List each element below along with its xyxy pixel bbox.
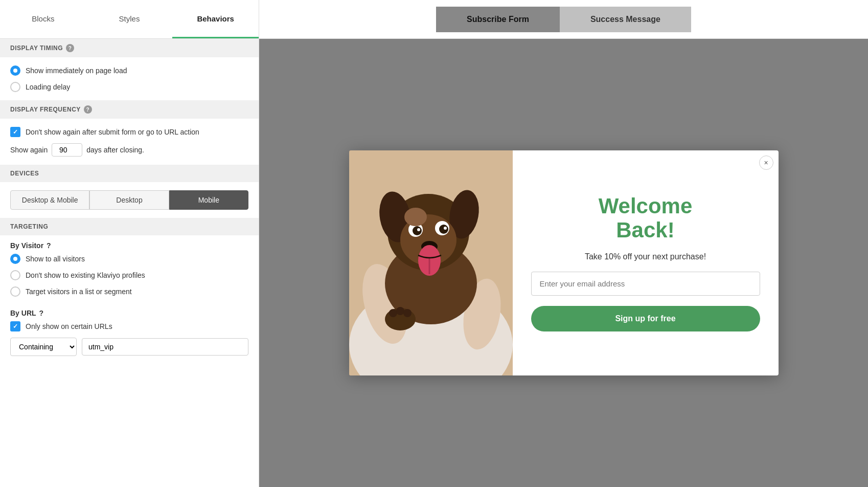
url-filter-select[interactable]: Containing Equals Starts with — [10, 338, 77, 356]
loading-delay-option[interactable]: Loading delay — [10, 82, 248, 92]
display-frequency-help-icon[interactable]: ? — [84, 105, 92, 114]
dont-show-again-option[interactable]: Don't show again after submit form or go… — [10, 127, 248, 137]
only-certain-urls-option[interactable]: Only show on certain URLs — [10, 321, 248, 331]
right-tab-group: Subscribe Form Success Message — [259, 0, 868, 38]
show-again-text: Show again — [10, 146, 48, 154]
popup-image — [349, 150, 513, 375]
device-button-group: Desktop & Mobile Desktop Mobile — [0, 182, 259, 218]
svg-point-11 — [413, 226, 422, 235]
show-immediately-radio[interactable] — [10, 65, 20, 76]
url-filter-row: Containing Equals Starts with — [10, 338, 248, 356]
dont-show-again-label: Don't show again after submit form or go… — [26, 128, 199, 136]
show-immediately-option[interactable]: Show immediately on page load — [10, 65, 248, 76]
all-visitors-label: Show to all visitors — [26, 255, 85, 263]
all-visitors-option[interactable]: Show to all visitors — [10, 254, 248, 264]
main-layout: DISPLAY TIMING ? Show immediately on pag… — [0, 39, 868, 487]
popup-submit-button[interactable]: Sign up for free — [531, 306, 760, 331]
popup-subtitle: Take 10% off your next purchase! — [585, 252, 706, 261]
display-timing-help-icon[interactable]: ? — [66, 44, 74, 52]
device-btn-desktop[interactable]: Desktop — [89, 190, 169, 210]
target-segment-option[interactable]: Target visitors in a list or segment — [10, 286, 248, 297]
by-visitor-label: By Visitor ? — [0, 235, 259, 254]
popup-close-button[interactable]: × — [759, 156, 773, 170]
left-tab-group: Blocks Styles Behaviors — [0, 0, 259, 38]
targeting-label: TARGETING — [10, 223, 48, 230]
devices-section: DEVICES — [0, 165, 259, 182]
by-url-label: By URL ? — [0, 303, 259, 321]
svg-point-18 — [404, 208, 427, 226]
tab-behaviors[interactable]: Behaviors — [172, 0, 259, 38]
tab-success-message[interactable]: Success Message — [560, 7, 691, 32]
display-timing-label: DISPLAY TIMING — [10, 45, 63, 52]
display-frequency-content: Don't show again after submit form or go… — [0, 119, 259, 165]
display-timing-content: Show immediately on page load Loading de… — [0, 57, 259, 100]
tab-styles[interactable]: Styles — [86, 0, 173, 38]
dog-image-placeholder — [349, 150, 513, 375]
by-visitor-text: By Visitor — [10, 241, 43, 250]
display-timing-section: DISPLAY TIMING ? — [0, 39, 259, 57]
svg-point-12 — [439, 225, 448, 234]
days-input[interactable] — [52, 143, 82, 157]
by-url-text: By URL — [10, 309, 36, 317]
no-klaviyo-radio[interactable] — [10, 270, 20, 280]
display-frequency-section: DISPLAY FREQUENCY ? — [0, 100, 259, 119]
loading-delay-label: Loading delay — [26, 83, 70, 91]
visitor-options: Show to all visitors Don't show to exist… — [0, 254, 259, 303]
only-certain-urls-checkbox[interactable] — [10, 321, 20, 331]
svg-point-22 — [403, 309, 412, 317]
target-segment-radio[interactable] — [10, 286, 20, 297]
dont-show-again-checkbox[interactable] — [10, 127, 20, 137]
popup-title: WelcomeBack! — [599, 194, 693, 241]
tab-subscribe-form[interactable]: Subscribe Form — [436, 7, 560, 32]
only-certain-urls-label: Only show on certain URLs — [26, 322, 112, 330]
url-filter-input[interactable] — [82, 338, 248, 356]
left-panel: DISPLAY TIMING ? Show immediately on pag… — [0, 39, 259, 487]
url-options: Only show on certain URLs Containing Equ… — [0, 321, 259, 362]
loading-delay-radio[interactable] — [10, 82, 20, 92]
top-nav: Blocks Styles Behaviors Subscribe Form S… — [0, 0, 868, 39]
device-btn-desktop-mobile[interactable]: Desktop & Mobile — [10, 190, 89, 210]
target-segment-label: Target visitors in a list or segment — [26, 287, 132, 296]
targeting-section: TARGETING — [0, 218, 259, 235]
preview-area: × — [259, 39, 868, 487]
all-visitors-radio[interactable] — [10, 254, 20, 264]
no-klaviyo-label: Don't show to existing Klaviyo profiles — [26, 271, 145, 279]
device-btn-mobile[interactable]: Mobile — [169, 190, 248, 210]
svg-point-20 — [389, 309, 397, 317]
no-klaviyo-option[interactable]: Don't show to existing Klaviyo profiles — [10, 270, 248, 280]
devices-label: DEVICES — [10, 170, 39, 177]
popup-email-input[interactable] — [531, 272, 760, 296]
by-url-help-icon[interactable]: ? — [39, 309, 44, 317]
tab-blocks[interactable]: Blocks — [0, 0, 86, 38]
svg-point-21 — [396, 307, 404, 315]
display-frequency-label: DISPLAY FREQUENCY — [10, 106, 81, 113]
popup-container: × — [349, 150, 779, 375]
popup-content: WelcomeBack! Take 10% off your next purc… — [513, 150, 779, 375]
after-closing-text: days after closing. — [86, 146, 144, 154]
show-again-row: Show again days after closing. — [10, 143, 248, 157]
show-immediately-label: Show immediately on page load — [26, 67, 127, 75]
svg-point-13 — [417, 228, 420, 231]
by-visitor-help-icon[interactable]: ? — [47, 241, 51, 250]
svg-point-14 — [444, 227, 447, 230]
